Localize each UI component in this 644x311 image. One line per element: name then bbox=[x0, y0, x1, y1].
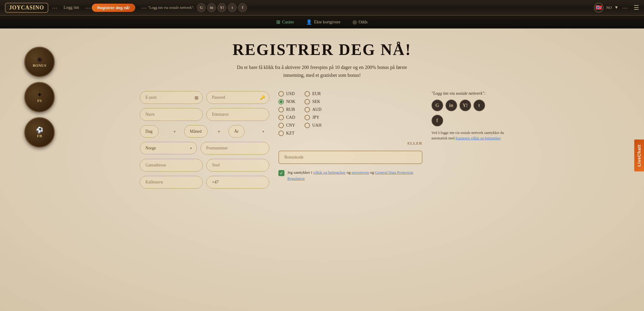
currency-sek[interactable]: SEK bbox=[305, 99, 325, 104]
social-linkedin-right[interactable]: in bbox=[446, 100, 457, 111]
social-linkedin-top[interactable]: in bbox=[207, 3, 216, 12]
year-select[interactable]: År bbox=[229, 125, 245, 138]
currency-eur[interactable]: EUR bbox=[305, 91, 325, 97]
nav-live-dealers[interactable]: 👤 Ekte kortgivere bbox=[306, 19, 340, 25]
currency-row-5: CNY UAH bbox=[278, 123, 422, 128]
terms-og-2: og bbox=[370, 170, 375, 175]
terms-text: Jeg samtykker i vilkår og betingelser og… bbox=[288, 169, 422, 181]
radio-aud[interactable] bbox=[305, 107, 310, 112]
currency-uah-label: UAH bbox=[312, 123, 325, 128]
currency-kzt[interactable]: KZT bbox=[278, 131, 298, 136]
currency-rub-label: RUB bbox=[286, 107, 298, 112]
social-yahoo-top[interactable]: Y! bbox=[217, 3, 226, 12]
country-wrapper: Norge bbox=[140, 142, 197, 155]
name-row bbox=[140, 108, 269, 121]
radio-cad[interactable] bbox=[278, 115, 284, 120]
radio-sek[interactable] bbox=[305, 99, 310, 104]
radio-uah[interactable] bbox=[305, 123, 310, 128]
freespins-icon: ✦ bbox=[37, 91, 42, 98]
currency-row-1: USD EUR bbox=[278, 91, 422, 97]
country-select[interactable]: Norge bbox=[140, 142, 197, 154]
nav-casino[interactable]: ⊞ Casino bbox=[276, 19, 294, 25]
social-google-top[interactable]: G bbox=[197, 3, 206, 12]
year-wrapper: År bbox=[229, 125, 269, 138]
livechat-button[interactable]: LiveChatt bbox=[634, 140, 644, 172]
freespins-badge[interactable]: ✦ FS bbox=[24, 82, 55, 112]
currency-cad-label: CAD bbox=[286, 115, 298, 120]
fb-badge[interactable]: ⚽ FB bbox=[24, 117, 55, 148]
currency-rub[interactable]: RUB bbox=[278, 107, 298, 112]
nav-dots-2: ⬥⬥⬥ bbox=[85, 6, 91, 9]
firstname-input[interactable] bbox=[140, 108, 203, 121]
radio-eur[interactable] bbox=[305, 91, 310, 97]
day-select[interactable]: Dag bbox=[140, 125, 159, 138]
live-dealer-icon: 👤 bbox=[306, 19, 312, 25]
radio-kzt[interactable] bbox=[278, 131, 284, 136]
bonus-code-input[interactable] bbox=[278, 151, 422, 164]
nav-odds[interactable]: ◎ Odds bbox=[353, 19, 368, 25]
form-fields: ▦ 🔑 Dag bbox=[140, 91, 269, 189]
currency-usd[interactable]: USD bbox=[278, 91, 298, 97]
currency-cny[interactable]: CNY bbox=[278, 123, 298, 128]
radio-usd[interactable] bbox=[278, 91, 284, 97]
register-button[interactable]: Registrer deg nå! bbox=[92, 4, 135, 12]
currency-eur-label: EUR bbox=[312, 91, 325, 96]
social-google-right[interactable]: G bbox=[432, 100, 443, 111]
email-input[interactable] bbox=[140, 91, 203, 104]
day-wrapper: Dag bbox=[140, 125, 181, 138]
page-title: REGISTRER DEG NÅ! bbox=[232, 41, 411, 59]
bonus-code-section bbox=[278, 151, 422, 164]
radio-nok-inner bbox=[280, 100, 283, 103]
currency-nok[interactable]: NOK bbox=[278, 99, 298, 104]
terms-checkbox[interactable]: ✓ bbox=[278, 170, 284, 176]
social-tumblr-right[interactable]: t bbox=[474, 100, 485, 111]
city-input[interactable] bbox=[206, 159, 269, 172]
radio-jpy[interactable] bbox=[305, 115, 310, 120]
eller-label: ELLER bbox=[278, 141, 422, 146]
secondary-navigation: ⊞ Casino 👤 Ekte kortgivere ◎ Odds bbox=[0, 16, 644, 29]
social-terms-link[interactable]: Kasinoets vilkår og betingelser bbox=[456, 136, 501, 140]
page-subtitle: Du er bare få klikk fra å aktivere 200 f… bbox=[231, 63, 413, 79]
social-facebook-right[interactable]: f bbox=[432, 115, 443, 126]
language-dropdown-arrow[interactable]: ▼ bbox=[614, 5, 618, 10]
postal-code-input[interactable] bbox=[201, 142, 269, 155]
social-facebook-top[interactable]: f bbox=[238, 3, 247, 12]
logo[interactable]: JOYCASINO bbox=[5, 3, 48, 13]
currency-selection: USD EUR NOK SEK bbox=[278, 91, 422, 181]
language-label[interactable]: NO bbox=[606, 5, 612, 10]
phone-input[interactable] bbox=[206, 176, 269, 189]
radio-rub[interactable] bbox=[278, 107, 284, 112]
nickname-input[interactable] bbox=[140, 176, 203, 189]
nav-dots-3: ⬥⬥⬥ bbox=[141, 6, 147, 9]
flag-icon: 🇳🇴 bbox=[594, 3, 604, 12]
currency-jpy[interactable]: JPY bbox=[305, 115, 325, 120]
month-select[interactable]: Måned bbox=[184, 125, 208, 138]
currency-row-2: NOK SEK bbox=[278, 99, 422, 104]
country-postal-row: Norge bbox=[140, 142, 269, 155]
bonus-badge[interactable]: ⊕ BONUS bbox=[24, 47, 55, 77]
street-input[interactable] bbox=[140, 159, 203, 172]
fb-badge-label: FB bbox=[37, 134, 42, 138]
terms-link-1[interactable]: vilkår og betingelser bbox=[313, 170, 346, 175]
social-terms: Ved å logge inn via sosiale nettverk sam… bbox=[432, 130, 505, 141]
hamburger-menu-icon[interactable]: ☰ bbox=[634, 4, 639, 11]
bonus-badge-label: BONUS bbox=[33, 63, 46, 68]
terms-link-2[interactable]: personvern bbox=[352, 170, 369, 175]
social-icons-right: G in Y! t bbox=[432, 100, 505, 111]
nickname-phone-row bbox=[140, 176, 269, 189]
month-wrapper: Måned bbox=[184, 125, 225, 138]
radio-cny[interactable] bbox=[278, 123, 284, 128]
lastname-input[interactable] bbox=[206, 108, 269, 121]
social-tumblr-top[interactable]: t bbox=[228, 3, 237, 12]
currency-uah[interactable]: UAH bbox=[305, 123, 325, 128]
password-icon: 🔑 bbox=[260, 95, 265, 100]
radio-nok[interactable] bbox=[278, 99, 284, 104]
nav-right: 🇳🇴 NO ▼ ⬥⬥⬥ ☰ bbox=[594, 3, 639, 12]
social-yahoo-right[interactable]: Y! bbox=[460, 100, 471, 111]
currency-cad[interactable]: CAD bbox=[278, 115, 298, 120]
currency-jpy-label: JPY bbox=[312, 115, 325, 120]
currency-aud[interactable]: AUD bbox=[305, 107, 325, 112]
currency-cny-label: CNY bbox=[286, 123, 298, 128]
login-link[interactable]: Logg inn bbox=[64, 5, 79, 10]
social-login-title: "Logg inn via sosiale nettverk": bbox=[432, 91, 505, 96]
